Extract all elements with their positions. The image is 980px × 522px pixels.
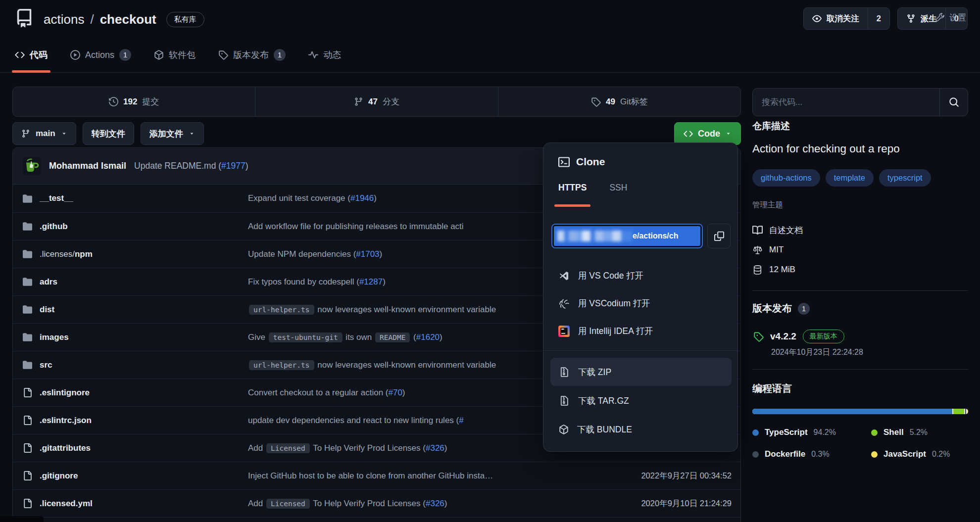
pr-link[interactable]: #1946 [350,193,374,203]
repo-name-link[interactable]: checkout [100,12,156,27]
clone-dropdown-panel: Clone HTTPSSSH e/actions/ch 用 VS Code 打开… [543,142,738,452]
repo-owner-link[interactable]: actions [44,12,84,27]
tab-code[interactable]: 代码 [15,38,48,72]
message-text: ( [411,332,416,342]
file-name-link[interactable]: .eslintrc.json [40,416,92,426]
copy-url-button[interactable] [707,224,731,248]
latest-release-item[interactable]: v4.2.2 最新版本 [753,330,844,343]
stat-tags[interactable]: 49Git标签 [498,87,740,116]
file-commit-message[interactable]: Inject GitHub host to be able to clone f… [248,471,602,481]
release-version[interactable]: v4.2.2 [770,331,796,342]
zip-icon [559,395,570,406]
pr-link[interactable]: #1287 [359,277,383,286]
inline-code-chip: Licensed [266,499,310,509]
meta-label: MIT [769,245,784,255]
tab-packages[interactable]: 软件包 [154,38,196,72]
message-text: Inject GitHub host to be able to clone f… [248,471,493,480]
file-name-cell: .eslintrc.json [23,416,248,426]
search-button[interactable] [939,89,968,116]
language-legend-item[interactable]: Dockerfile0.3% [752,443,871,465]
tab-activity[interactable]: 动态 [308,38,341,72]
add-file-button[interactable]: 添加文件 [141,122,204,145]
language-legend-item[interactable]: JavaScript0.2% [871,443,950,465]
code-dropdown-button[interactable]: Code [674,122,741,145]
file-commit-message[interactable]: Add Licensed To Help Verify Prod License… [248,499,602,509]
download-item-0[interactable]: 下载 ZIP [550,358,732,386]
goto-file-button[interactable]: 转到文件 [83,122,134,145]
pr-link[interactable]: #1620 [416,332,440,342]
file-name-link[interactable]: __test__ [40,193,73,203]
file-name-link[interactable]: adrs [40,277,57,287]
topic-pill[interactable]: template [826,169,874,187]
download-item-2[interactable]: 下载 BUNDLE [550,415,732,443]
chevron-down-icon [61,131,67,137]
file-name-link[interactable]: .eslintignore [40,388,90,398]
message-text: Update NPM dependencies ( [248,249,356,259]
open-item-label: 用 Intellij IDEA 打开 [578,325,653,337]
file-name-link[interactable]: .gitattributes [40,443,91,453]
table-row[interactable]: .licensed.ymlAdd Licensed To Help Verify… [13,489,740,517]
file-icon [23,416,32,425]
file-name-link[interactable]: src [40,360,52,370]
unwatch-button[interactable]: 取消关注 2 [803,7,890,30]
message-text: Add workflow file for publishing release… [248,222,464,231]
clone-tab-ssh[interactable]: SSH [609,183,627,193]
pr-link[interactable]: #70 [388,388,402,397]
clone-protocol-tabs: HTTPSSSH [558,183,627,193]
file-name-link[interactable]: .gitignore [40,471,78,481]
watchers-count[interactable]: 2 [868,8,889,29]
file-name-link[interactable]: .licensed.yml [40,499,93,509]
language-percent: 94.2% [814,428,836,437]
topic-pill[interactable]: github-actions [752,169,820,187]
tab-releases[interactable]: 版本发布1 [218,38,286,72]
stat-commits[interactable]: 192提交 [13,87,255,116]
pr-link[interactable]: #1977 [221,161,245,171]
file-name-link[interactable]: .licenses/npm [40,249,93,259]
file-name-cell: .gitattributes [23,443,248,453]
topic-pill[interactable]: typescript [879,169,931,187]
clone-tab-https[interactable]: HTTPS [558,183,587,193]
manage-topics-link[interactable]: 管理主题 [752,200,783,210]
commit-author-avatar[interactable] [23,157,41,175]
pr-link[interactable]: #326 [426,499,444,508]
open-in-vscode-item[interactable]: 用 VS Code 打开 [543,262,737,289]
clone-url-input[interactable]: e/actions/ch [551,224,703,248]
open-in-vscodium-item[interactable]: 用 VSCodium 打开 [543,289,737,317]
tag-icon [591,97,601,107]
pr-link[interactable]: #1703 [356,249,379,259]
language-name: TypeScript [765,427,808,437]
message-text: ) [380,249,383,259]
repo-breadcrumb: actions / checkout 私有库 [44,12,204,27]
stat-branches[interactable]: 47分支 [255,87,497,116]
download-item-label: 下载 BUNDLE [577,424,632,435]
branch-selector[interactable]: main [12,122,76,145]
code-search-input[interactable] [753,89,939,116]
open-in-idea-item[interactable]: 用 Intellij IDEA 打开 [543,317,737,345]
tab-settings[interactable]: 设置 [935,0,966,35]
message-text: Convert checkout to a regular action ( [248,388,388,397]
tab-actions[interactable]: Actions1 [70,38,131,72]
releases-title[interactable]: 版本发布 1 [752,302,810,315]
file-name-link[interactable]: images [40,332,69,342]
language-color-dot [871,429,878,436]
table-row[interactable] [13,517,740,522]
pr-link[interactable]: #326 [426,443,444,453]
message-text: ) [444,443,447,453]
commit-author-name[interactable]: Mohammad Ismail [49,161,126,171]
language-bar[interactable] [752,409,968,414]
language-legend-item[interactable]: TypeScript94.2% [752,422,871,443]
table-row[interactable]: .gitignoreInject GitHub host to be able … [13,462,740,489]
file-name-link[interactable]: dist [40,305,54,315]
folder-icon [23,277,32,286]
commit-message[interactable]: Update README.md (#1977) [134,161,248,171]
message-text: To Help Verify Prod Licenses ( [311,499,426,508]
goto-file-label: 转到文件 [92,128,125,140]
file-name-cell: .eslintignore [23,388,248,398]
download-item-1[interactable]: 下载 TAR.GZ [550,386,732,415]
file-name-link[interactable]: .github [40,222,68,232]
chevron-down-icon [189,131,195,137]
pr-link[interactable]: # [459,416,463,425]
message-text: now leverages well-known environment var… [315,360,496,370]
message-text: ) [402,388,405,397]
language-legend-item[interactable]: Shell5.2% [871,422,928,443]
